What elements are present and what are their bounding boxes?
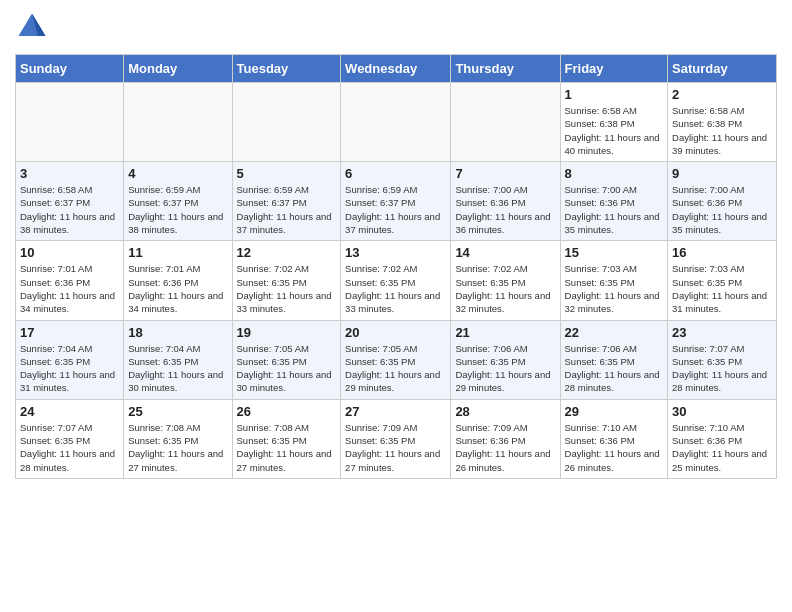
- day-info: Sunrise: 7:02 AM Sunset: 6:35 PM Dayligh…: [345, 262, 446, 315]
- calendar-cell: 5Sunrise: 6:59 AM Sunset: 6:37 PM Daylig…: [232, 162, 341, 241]
- day-number: 29: [565, 404, 664, 419]
- weekday-header-monday: Monday: [124, 55, 232, 83]
- calendar-cell: 7Sunrise: 7:00 AM Sunset: 6:36 PM Daylig…: [451, 162, 560, 241]
- day-number: 28: [455, 404, 555, 419]
- calendar-cell: 18Sunrise: 7:04 AM Sunset: 6:35 PM Dayli…: [124, 320, 232, 399]
- day-number: 3: [20, 166, 119, 181]
- day-number: 30: [672, 404, 772, 419]
- day-number: 11: [128, 245, 227, 260]
- day-info: Sunrise: 7:07 AM Sunset: 6:35 PM Dayligh…: [672, 342, 772, 395]
- day-number: 13: [345, 245, 446, 260]
- calendar-cell: 16Sunrise: 7:03 AM Sunset: 6:35 PM Dayli…: [668, 241, 777, 320]
- calendar-cell: 27Sunrise: 7:09 AM Sunset: 6:35 PM Dayli…: [341, 399, 451, 478]
- day-info: Sunrise: 7:00 AM Sunset: 6:36 PM Dayligh…: [565, 183, 664, 236]
- day-info: Sunrise: 7:02 AM Sunset: 6:35 PM Dayligh…: [237, 262, 337, 315]
- day-number: 14: [455, 245, 555, 260]
- day-info: Sunrise: 7:09 AM Sunset: 6:35 PM Dayligh…: [345, 421, 446, 474]
- day-number: 9: [672, 166, 772, 181]
- calendar-cell: [124, 83, 232, 162]
- calendar-cell: 2Sunrise: 6:58 AM Sunset: 6:38 PM Daylig…: [668, 83, 777, 162]
- day-info: Sunrise: 7:10 AM Sunset: 6:36 PM Dayligh…: [565, 421, 664, 474]
- day-info: Sunrise: 6:58 AM Sunset: 6:38 PM Dayligh…: [672, 104, 772, 157]
- day-info: Sunrise: 6:58 AM Sunset: 6:38 PM Dayligh…: [565, 104, 664, 157]
- calendar-cell: [451, 83, 560, 162]
- calendar-cell: 8Sunrise: 7:00 AM Sunset: 6:36 PM Daylig…: [560, 162, 668, 241]
- day-number: 1: [565, 87, 664, 102]
- calendar-cell: 19Sunrise: 7:05 AM Sunset: 6:35 PM Dayli…: [232, 320, 341, 399]
- day-info: Sunrise: 7:04 AM Sunset: 6:35 PM Dayligh…: [128, 342, 227, 395]
- week-row-4: 17Sunrise: 7:04 AM Sunset: 6:35 PM Dayli…: [16, 320, 777, 399]
- day-info: Sunrise: 6:59 AM Sunset: 6:37 PM Dayligh…: [237, 183, 337, 236]
- day-info: Sunrise: 7:06 AM Sunset: 6:35 PM Dayligh…: [455, 342, 555, 395]
- calendar-cell: 13Sunrise: 7:02 AM Sunset: 6:35 PM Dayli…: [341, 241, 451, 320]
- day-number: 16: [672, 245, 772, 260]
- day-number: 25: [128, 404, 227, 419]
- day-number: 27: [345, 404, 446, 419]
- calendar-cell: 29Sunrise: 7:10 AM Sunset: 6:36 PM Dayli…: [560, 399, 668, 478]
- day-info: Sunrise: 7:05 AM Sunset: 6:35 PM Dayligh…: [345, 342, 446, 395]
- day-info: Sunrise: 7:04 AM Sunset: 6:35 PM Dayligh…: [20, 342, 119, 395]
- day-info: Sunrise: 7:07 AM Sunset: 6:35 PM Dayligh…: [20, 421, 119, 474]
- day-info: Sunrise: 7:10 AM Sunset: 6:36 PM Dayligh…: [672, 421, 772, 474]
- day-info: Sunrise: 6:59 AM Sunset: 6:37 PM Dayligh…: [345, 183, 446, 236]
- calendar-cell: 6Sunrise: 6:59 AM Sunset: 6:37 PM Daylig…: [341, 162, 451, 241]
- day-number: 4: [128, 166, 227, 181]
- day-info: Sunrise: 7:08 AM Sunset: 6:35 PM Dayligh…: [128, 421, 227, 474]
- logo-icon: [17, 10, 47, 40]
- calendar-cell: 9Sunrise: 7:00 AM Sunset: 6:36 PM Daylig…: [668, 162, 777, 241]
- calendar-cell: 20Sunrise: 7:05 AM Sunset: 6:35 PM Dayli…: [341, 320, 451, 399]
- weekday-header-thursday: Thursday: [451, 55, 560, 83]
- day-number: 22: [565, 325, 664, 340]
- day-info: Sunrise: 7:00 AM Sunset: 6:36 PM Dayligh…: [455, 183, 555, 236]
- day-number: 26: [237, 404, 337, 419]
- calendar-cell: [16, 83, 124, 162]
- calendar: SundayMondayTuesdayWednesdayThursdayFrid…: [15, 54, 777, 479]
- weekday-header-wednesday: Wednesday: [341, 55, 451, 83]
- calendar-cell: 30Sunrise: 7:10 AM Sunset: 6:36 PM Dayli…: [668, 399, 777, 478]
- calendar-cell: [232, 83, 341, 162]
- week-row-5: 24Sunrise: 7:07 AM Sunset: 6:35 PM Dayli…: [16, 399, 777, 478]
- week-row-3: 10Sunrise: 7:01 AM Sunset: 6:36 PM Dayli…: [16, 241, 777, 320]
- week-row-2: 3Sunrise: 6:58 AM Sunset: 6:37 PM Daylig…: [16, 162, 777, 241]
- day-number: 2: [672, 87, 772, 102]
- day-number: 15: [565, 245, 664, 260]
- page: SundayMondayTuesdayWednesdayThursdayFrid…: [0, 0, 792, 489]
- day-number: 19: [237, 325, 337, 340]
- weekday-header-tuesday: Tuesday: [232, 55, 341, 83]
- day-number: 20: [345, 325, 446, 340]
- calendar-cell: 24Sunrise: 7:07 AM Sunset: 6:35 PM Dayli…: [16, 399, 124, 478]
- day-number: 7: [455, 166, 555, 181]
- weekday-header-friday: Friday: [560, 55, 668, 83]
- day-info: Sunrise: 7:01 AM Sunset: 6:36 PM Dayligh…: [128, 262, 227, 315]
- calendar-cell: 17Sunrise: 7:04 AM Sunset: 6:35 PM Dayli…: [16, 320, 124, 399]
- day-info: Sunrise: 7:06 AM Sunset: 6:35 PM Dayligh…: [565, 342, 664, 395]
- day-number: 23: [672, 325, 772, 340]
- calendar-cell: 4Sunrise: 6:59 AM Sunset: 6:37 PM Daylig…: [124, 162, 232, 241]
- calendar-cell: 28Sunrise: 7:09 AM Sunset: 6:36 PM Dayli…: [451, 399, 560, 478]
- header: [15, 10, 777, 44]
- day-info: Sunrise: 7:05 AM Sunset: 6:35 PM Dayligh…: [237, 342, 337, 395]
- day-number: 6: [345, 166, 446, 181]
- calendar-cell: 1Sunrise: 6:58 AM Sunset: 6:38 PM Daylig…: [560, 83, 668, 162]
- calendar-cell: 14Sunrise: 7:02 AM Sunset: 6:35 PM Dayli…: [451, 241, 560, 320]
- calendar-cell: 21Sunrise: 7:06 AM Sunset: 6:35 PM Dayli…: [451, 320, 560, 399]
- day-number: 21: [455, 325, 555, 340]
- calendar-cell: 23Sunrise: 7:07 AM Sunset: 6:35 PM Dayli…: [668, 320, 777, 399]
- week-row-1: 1Sunrise: 6:58 AM Sunset: 6:38 PM Daylig…: [16, 83, 777, 162]
- day-info: Sunrise: 6:59 AM Sunset: 6:37 PM Dayligh…: [128, 183, 227, 236]
- calendar-cell: 12Sunrise: 7:02 AM Sunset: 6:35 PM Dayli…: [232, 241, 341, 320]
- calendar-cell: [341, 83, 451, 162]
- logo: [15, 10, 47, 44]
- day-info: Sunrise: 7:03 AM Sunset: 6:35 PM Dayligh…: [565, 262, 664, 315]
- day-info: Sunrise: 7:08 AM Sunset: 6:35 PM Dayligh…: [237, 421, 337, 474]
- day-info: Sunrise: 7:09 AM Sunset: 6:36 PM Dayligh…: [455, 421, 555, 474]
- calendar-cell: 15Sunrise: 7:03 AM Sunset: 6:35 PM Dayli…: [560, 241, 668, 320]
- calendar-cell: 26Sunrise: 7:08 AM Sunset: 6:35 PM Dayli…: [232, 399, 341, 478]
- calendar-cell: 22Sunrise: 7:06 AM Sunset: 6:35 PM Dayli…: [560, 320, 668, 399]
- calendar-cell: 3Sunrise: 6:58 AM Sunset: 6:37 PM Daylig…: [16, 162, 124, 241]
- day-number: 10: [20, 245, 119, 260]
- day-number: 24: [20, 404, 119, 419]
- day-number: 8: [565, 166, 664, 181]
- day-info: Sunrise: 7:01 AM Sunset: 6:36 PM Dayligh…: [20, 262, 119, 315]
- weekday-header-sunday: Sunday: [16, 55, 124, 83]
